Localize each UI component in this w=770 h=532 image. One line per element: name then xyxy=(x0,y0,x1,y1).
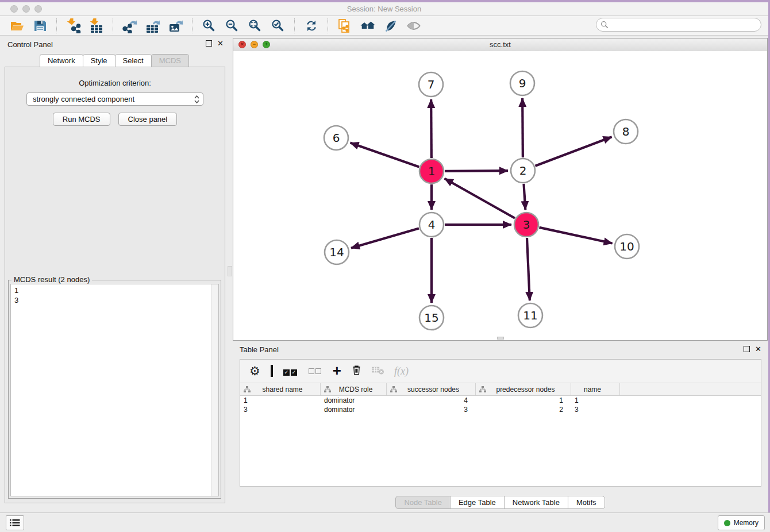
cell-predecessor-nodes[interactable]: 1 xyxy=(476,396,571,404)
tab-network[interactable]: Network xyxy=(40,54,83,67)
graph-edge-2-9[interactable] xyxy=(522,98,523,157)
graph-edge-3-10[interactable] xyxy=(539,228,612,244)
mcds-result-textarea[interactable]: 13 xyxy=(10,284,219,496)
zoom-fit-button[interactable] xyxy=(244,17,267,34)
export-network-button[interactable] xyxy=(118,17,141,34)
column-header-predecessor-nodes[interactable]: predecessor nodes xyxy=(476,383,571,395)
close-table-panel-icon[interactable]: ✕ xyxy=(755,346,761,352)
status-bar: Memory xyxy=(0,512,770,532)
cell-MCDS-role[interactable]: dominator xyxy=(321,396,387,404)
network-graph: 7968124314101511 xyxy=(233,51,767,341)
graph-edge-1-6[interactable] xyxy=(351,143,419,167)
column-header-successor-nodes[interactable]: successor nodes xyxy=(387,383,476,395)
open-session-button[interactable] xyxy=(6,17,29,34)
network-file-button[interactable] xyxy=(333,17,356,34)
graph-node-9[interactable]: 9 xyxy=(510,71,534,95)
tab-edge-table[interactable]: Edge Table xyxy=(450,496,505,509)
column-label: MCDS role xyxy=(331,385,386,394)
table-settings-button[interactable]: ⚙ xyxy=(249,365,260,377)
panel-divider-grip[interactable] xyxy=(228,266,232,276)
cell-successor-nodes[interactable]: 4 xyxy=(387,396,476,404)
graph-edge-1-2[interactable] xyxy=(445,171,508,171)
graph-edge-4-14[interactable] xyxy=(351,228,419,248)
graph-node-8[interactable]: 8 xyxy=(614,119,638,144)
graph-edge-3-1[interactable] xyxy=(445,179,515,218)
svg-text:2: 2 xyxy=(519,164,527,178)
export-table-icon xyxy=(145,18,160,33)
save-session-button[interactable] xyxy=(29,17,52,34)
show-all-columns-button[interactable]: ✓✓ xyxy=(283,366,298,376)
float-table-panel-icon[interactable] xyxy=(744,346,750,352)
split-columns-button[interactable] xyxy=(271,366,273,376)
svg-text:15: 15 xyxy=(424,311,438,325)
memory-button[interactable]: Memory xyxy=(718,515,765,530)
graph-edge-2-8[interactable] xyxy=(536,137,612,166)
add-column-button[interactable]: + xyxy=(333,365,341,378)
search-input[interactable] xyxy=(596,18,761,32)
delete-column-button[interactable] xyxy=(352,364,361,378)
graph-node-11[interactable]: 11 xyxy=(518,303,542,327)
graph-node-14[interactable]: 14 xyxy=(325,240,349,264)
show-hide-button[interactable] xyxy=(402,17,425,34)
graph-node-4[interactable]: 4 xyxy=(419,213,444,237)
tab-select[interactable]: Select xyxy=(115,54,152,67)
task-history-button[interactable] xyxy=(6,515,24,530)
attribute-type-icon xyxy=(324,386,331,393)
svg-text:9: 9 xyxy=(519,76,526,90)
graph-node-10[interactable]: 10 xyxy=(615,234,639,259)
application-window: Session: New Session Control Panel ✕ Net… xyxy=(0,0,770,532)
graph-node-2[interactable]: 2 xyxy=(511,159,535,183)
cell-name[interactable]: 1 xyxy=(571,396,620,404)
close-panel-icon[interactable]: ✕ xyxy=(217,40,224,47)
graph-edge-2-3[interactable] xyxy=(523,184,525,210)
graph-edge-3-11[interactable] xyxy=(527,238,530,300)
float-panel-icon[interactable] xyxy=(206,40,212,47)
cell-successor-nodes[interactable]: 3 xyxy=(387,406,476,414)
table-row[interactable]: 3dominator323 xyxy=(240,405,761,414)
cell-shared-name[interactable]: 1 xyxy=(240,396,321,404)
first-neighbors-button[interactable] xyxy=(356,17,379,34)
hide-all-columns-button[interactable] xyxy=(309,366,322,376)
graph-node-1[interactable]: 1 xyxy=(419,159,444,183)
export-image-button[interactable] xyxy=(164,17,187,34)
tab-node-table[interactable]: Node Table xyxy=(395,496,451,509)
svg-text:7: 7 xyxy=(428,78,435,91)
graph-node-15[interactable]: 15 xyxy=(419,306,444,330)
apply-layout-button[interactable] xyxy=(300,17,323,34)
column-header-shared-name[interactable]: shared name xyxy=(240,383,321,395)
optimization-criterion-select[interactable]: strongly connected component xyxy=(26,92,203,106)
column-header-name[interactable]: name xyxy=(571,383,620,395)
run-mcds-button[interactable]: Run MCDS xyxy=(53,113,110,126)
graph-node-6[interactable]: 6 xyxy=(324,126,348,150)
graph-edge-1-7[interactable] xyxy=(431,99,432,158)
zoom-out-button[interactable] xyxy=(221,17,244,34)
cell-name[interactable]: 3 xyxy=(571,406,620,414)
network-canvas[interactable]: 7968124314101511 xyxy=(233,51,767,340)
tab-style[interactable]: Style xyxy=(83,54,116,67)
tab-mcds[interactable]: MCDS xyxy=(151,54,189,67)
column-header-MCDS-role[interactable]: MCDS role xyxy=(321,383,387,395)
export-table-button[interactable] xyxy=(141,17,164,34)
tab-motifs[interactable]: Motifs xyxy=(568,496,605,509)
zoom-selected-button[interactable] xyxy=(267,17,290,34)
first-neighbors-icon xyxy=(360,18,375,33)
table-header-row: shared nameMCDS rolesuccessor nodesprede… xyxy=(240,383,761,396)
close-panel-button[interactable]: Close panel xyxy=(118,113,178,126)
cell-predecessor-nodes[interactable]: 2 xyxy=(476,406,571,414)
delete-table-icon xyxy=(372,365,384,377)
zoom-out-icon xyxy=(225,18,240,33)
import-table-button[interactable] xyxy=(85,17,108,34)
tab-network-table[interactable]: Network Table xyxy=(504,496,568,509)
cell-shared-name[interactable]: 3 xyxy=(240,406,321,414)
cell-MCDS-role[interactable]: dominator xyxy=(321,406,387,414)
import-network-button[interactable] xyxy=(62,17,85,34)
graph-node-3[interactable]: 3 xyxy=(514,213,538,237)
result-scrollbar[interactable] xyxy=(211,284,218,496)
zoom-in-button[interactable] xyxy=(198,17,221,34)
svg-text:4: 4 xyxy=(428,218,436,232)
table-row[interactable]: 1dominator411 xyxy=(240,396,761,405)
zoom-in-icon xyxy=(202,18,217,33)
canvas-resize-grip[interactable] xyxy=(497,337,504,340)
style-painter-button[interactable] xyxy=(379,17,402,34)
graph-node-7[interactable]: 7 xyxy=(419,72,443,97)
